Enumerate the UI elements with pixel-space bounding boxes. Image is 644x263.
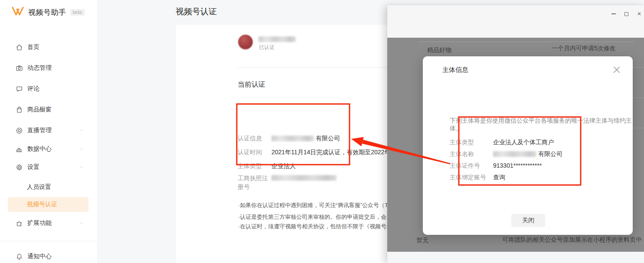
dim-row-line [633,128,644,128]
sidebar-item-staff-settings[interactable]: 人员设置 [27,182,51,192]
comment-icon [16,85,23,93]
dim-text-modify-limit: 一个月内可申请5次修改 [552,45,616,52]
sidebar-item-comments[interactable]: 评论 [16,84,84,94]
gear-icon [16,164,23,171]
live-icon [16,127,23,134]
chevron-down-icon [79,146,84,152]
sidebar-item-label: 设置 [27,163,39,171]
dim-row-line [633,97,644,98]
sidebar-item-label: 首页 [27,43,39,51]
sidebar-item-home[interactable]: 首页 [16,42,84,52]
bar-chart-icon [16,146,23,153]
query-link[interactable]: 查询 [493,173,505,182]
beta-badge: beta [70,9,85,16]
account-name-redacted [258,36,296,42]
sidebar-item-label: 直播管理 [27,127,52,134]
sidebar-item-label: 通知中心 [27,253,52,260]
dim-text-miniprogram-hint: 可将团队的相关公众号添加展示在小程序的资料页中 [502,236,642,244]
note-line: ·如果你在认证过程中遇到困难，可关注“腾讯客服”公众号（Tencent_ [238,201,408,209]
sidebar-item-shop-window[interactable]: 商品橱窗 [16,104,84,115]
bell-icon [16,253,23,260]
cert-time-row: 认证时间 2021年11月14日完成认证，有效期至2022年06月11日 [238,148,271,156]
sidebar-item-label: 动态管理 [27,64,52,72]
row-value-suffix: 有限公司 [316,134,340,143]
sidebar-subitem-label: 视频号认证 [27,201,57,208]
chevron-down-icon [79,221,84,226]
app-logo-row: 视频号助手 beta [11,6,85,19]
section-title: 当前认证 [238,80,265,89]
sidebar-item-extensions[interactable]: 扩展功能 [16,218,84,228]
row-label: 认证信息 [238,134,271,143]
sidebar-item-notifications[interactable]: 通知中心 [16,251,84,262]
sidebar-item-label: 扩展功能 [27,219,52,227]
cert-info-row: 认证信息 有限公司 [238,134,271,143]
row-label: 主体类型 [238,162,271,170]
sidebar-item-moments[interactable]: 动态管理 [16,63,84,73]
sidebar-item-live[interactable]: 直播管理 [16,125,84,136]
sidebar: 视频号助手 beta 首页 动态管理 评论 商品橱窗 直播管理 数据中心 设置 … [0,0,98,263]
status-badge: 已认证 [259,44,275,51]
shopping-bag-icon [16,106,23,114]
window-minimize-icon[interactable] [611,13,616,14]
row-value: 企业法人 [271,162,296,170]
subject-info-dialog: 主体信息 下列主体将是你使用微信公众平台各项服务的唯一法律主体与缔约主体。 主体… [423,56,633,235]
field-label: 主体类型 [450,138,493,146]
field-label: 主体名称 [450,149,493,158]
dim-row-line [633,67,644,68]
field-label: 主体绑定账号 [450,173,493,182]
redacted-value [271,175,337,181]
sidebar-item-settings[interactable]: 设置 [16,162,84,172]
close-icon[interactable] [612,65,621,75]
row-label: 认证时间 [238,148,271,156]
window-bottom-strip [387,252,644,263]
chevron-down-icon [79,165,84,170]
field-value-suffix: 有限公司 [538,149,562,158]
sidebar-divider [0,241,98,241]
field-value: 913301************ [493,161,542,170]
window-close-icon[interactable]: ✕ [637,11,641,16]
sidebar-item-label: 评论 [27,85,39,93]
dialog-subject-name-row: 主体名称 有限公司 [450,149,562,158]
window-controls: ✕ [611,11,641,16]
home-icon [16,44,23,51]
dim-divider [418,42,634,42]
app-title: 视频号助手 [28,7,66,17]
field-label: 主体证件号 [450,161,493,170]
dialog-subject-id-row: 主体证件号 913301************ [450,161,542,170]
channels-logo-icon [11,6,24,19]
row-label: 工商执照注册号 [238,174,271,191]
sidebar-item-label: 数据中心 [27,145,52,153]
field-value: 企业法人及个体工商户 [493,138,554,146]
window-maximize-icon[interactable] [624,12,628,16]
subject-type-row: 主体类型 企业法人 [238,162,271,170]
dialog-description: 下列主体将是你使用微信公众平台各项服务的唯一法律主体与缔约主体。 [450,117,633,133]
overlay-app-window: ✕ 精品好物 一个月内可申请5次修改 暂无 可将团队的相关公众号添加展示在小程序… [387,5,644,263]
dialog-title: 主体信息 [442,66,468,74]
sidebar-item-data-center[interactable]: 数据中心 [16,144,84,154]
camera-icon [16,65,23,72]
puzzle-icon [16,220,23,227]
page-title: 视频号认证 [176,6,217,17]
sidebar-item-channels-verification[interactable]: 视频号认证 [8,197,88,212]
chevron-down-icon [79,128,84,133]
dialog-subject-type-row: 主体类型 企业法人及个体工商户 [450,138,554,146]
dim-text-none: 暂无 [416,237,428,244]
dialog-close-button[interactable]: 关闭 [511,214,545,227]
redacted-value [271,136,314,141]
dialog-bound-account-row: 主体绑定账号 查询 [450,173,505,182]
license-number-row: 工商执照注册号 [238,174,271,191]
sidebar-subitem-label: 人员设置 [27,183,51,191]
sidebar-item-label: 商品橱窗 [27,106,52,114]
redacted-value [493,151,536,157]
dim-text-featured: 精品好物 [427,46,451,54]
avatar [238,35,253,49]
